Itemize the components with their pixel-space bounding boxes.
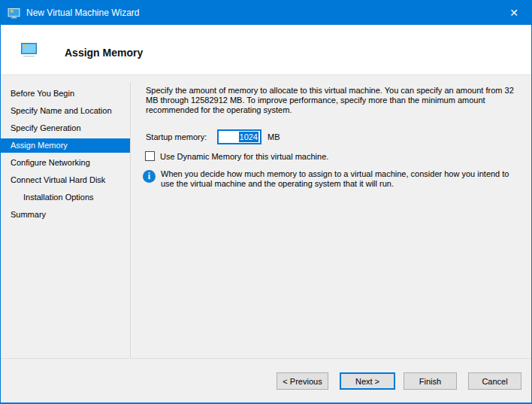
startup-memory-value: 1024 [239, 132, 258, 142]
sidebar-item-summary[interactable]: Summary [1, 208, 130, 222]
next-button[interactable]: Next > [340, 372, 395, 390]
sidebar-item-connect-virtual-hard-disk[interactable]: Connect Virtual Hard Disk [1, 173, 130, 187]
new-vm-wizard-window: New Virtual Machine Wizard ✕ Assign Memo… [0, 0, 532, 404]
titlebar[interactable]: New Virtual Machine Wizard ✕ [1, 1, 531, 25]
finish-button[interactable]: Finish [404, 372, 457, 390]
wizard-steps-sidebar: Before You Begin Specify Name and Locati… [1, 82, 131, 358]
startup-memory-row: Startup memory: 1024 MB [146, 129, 280, 144]
sidebar-item-specify-generation[interactable]: Specify Generation [1, 121, 130, 135]
info-note-text: When you decide how much memory to assig… [161, 169, 520, 189]
info-icon: i [143, 170, 156, 183]
startup-memory-label: Startup memory: [146, 132, 217, 141]
close-button[interactable]: ✕ [497, 1, 531, 25]
sidebar-item-assign-memory[interactable]: Assign Memory [1, 138, 130, 153]
cancel-button[interactable]: Cancel [468, 372, 521, 390]
dynamic-memory-checkbox[interactable] [145, 151, 155, 161]
sidebar-item-before-you-begin[interactable]: Before You Begin [1, 87, 130, 101]
dynamic-memory-label: Use Dynamic Memory for this virtual mach… [160, 152, 328, 161]
assign-memory-monitor-icon [21, 43, 37, 57]
wizard-header: Assign Memory [1, 25, 531, 75]
info-icon-glyph: i [148, 171, 150, 182]
footer-separator [1, 358, 531, 359]
window-title: New Virtual Machine Wizard [26, 8, 140, 18]
dynamic-memory-row: Use Dynamic Memory for this virtual mach… [145, 150, 328, 162]
previous-button[interactable]: < Previous [277, 372, 328, 390]
sidebar-item-specify-name-and-location[interactable]: Specify Name and Location [1, 104, 130, 118]
info-note-row: i When you decide how much memory to ass… [143, 169, 522, 189]
close-icon: ✕ [509, 8, 518, 18]
sidebar-item-configure-networking[interactable]: Configure Networking [1, 156, 130, 170]
page-title: Assign Memory [65, 47, 143, 59]
sidebar-item-installation-options[interactable]: Installation Options [1, 190, 130, 205]
startup-memory-input[interactable]: 1024 [217, 129, 261, 144]
memory-description-text: Specify the amount of memory to allocate… [146, 86, 524, 115]
vm-monitor-icon [8, 7, 20, 20]
memory-unit-label: MB [268, 132, 280, 141]
